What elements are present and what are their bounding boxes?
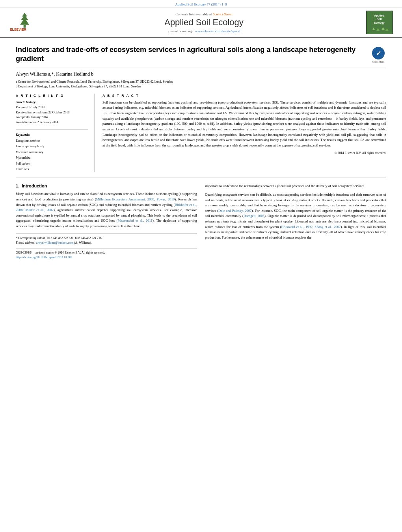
history-title: Article history: xyxy=(16,100,88,104)
info-divider xyxy=(16,129,88,130)
keyword-4: Mycorrhiza xyxy=(16,155,88,161)
affiliation-b: b Department of Biology, Lund University… xyxy=(16,84,386,89)
email-link[interactable]: alwyn.williams@outlook.com xyxy=(36,241,73,245)
keywords-title: Keywords: xyxy=(16,133,88,137)
contents-label: Contents lists available at xyxy=(175,12,212,16)
intro-paragraph-2: important to understand the relationship… xyxy=(205,184,386,189)
journal-homepage: journal homepage: www.elsevier.com/locat… xyxy=(43,29,365,33)
journal-logo-box: Applied Soil Ecology xyxy=(365,11,394,34)
article-info-abstract-section: A R T I C L E I N F O Article history: R… xyxy=(16,94,386,178)
crossmark-badge: ✓ CrossMark xyxy=(370,47,386,63)
ref-millenium: Millenium Ecosystem Assessment, 2005; Po… xyxy=(96,197,175,201)
journal-banner: Applied Soil Ecology 77 (2014) 1–8 xyxy=(0,0,402,7)
contents-line: Contents lists available at ScienceDirec… xyxy=(43,12,365,16)
abstract-column: A B S T R A C T Soil functions can be cl… xyxy=(102,94,386,172)
journal-title: Applied Soil Ecology xyxy=(43,17,365,28)
intro-paragraph-1: Many soil functions are vital to humanit… xyxy=(16,191,197,229)
svg-text:Applied: Applied xyxy=(374,14,384,17)
introduction-section: 1. Introduction Many soil functions are … xyxy=(16,184,386,260)
intro-left-column: 1. Introduction Many soil functions are … xyxy=(16,184,197,260)
ref-mazzoncini: Mazzoncini et al., 2011 xyxy=(117,219,152,222)
abstract-label: A B S T R A C T xyxy=(102,94,386,98)
homepage-label: journal homepage: xyxy=(168,29,195,33)
ref-bardgett: Bardgett, 2005 xyxy=(244,214,264,218)
footnote-email: E-mail address: alwyn.williams@outlook.c… xyxy=(16,241,197,245)
section-title: Introduction xyxy=(22,184,47,188)
copyright-line: © 2014 Elsevier B.V. All rights reserved… xyxy=(102,151,386,155)
journal-logo-image: Applied Soil Ecology xyxy=(366,11,393,34)
doi-link[interactable]: http://dx.doi.org/10.1016/j.apsoil.2014.… xyxy=(16,256,73,259)
ref-dale: Dale and Polasky, 2007 xyxy=(218,209,252,213)
affiliation-b-text: b Department of Biology, Lund University… xyxy=(16,84,141,89)
affiliation-a: a Centre for Environmental and Climate R… xyxy=(16,80,386,84)
crossmark-icon: ✓ xyxy=(372,47,385,59)
intro-paragraph-3: Quantifying ecosystem services can be di… xyxy=(205,192,386,241)
revised-date: Received in revised form 22 October 2013 xyxy=(16,110,88,115)
intro-right-column: important to understand the relationship… xyxy=(205,184,386,260)
author-names: Alwyn Williams a,*, Katarina Hedlund b xyxy=(16,71,93,77)
abstract-text: Soil functions can be classified as supp… xyxy=(102,100,386,148)
ref-birkhofer: Birkhofer et al., 2008; Mäder et al., 20… xyxy=(16,203,197,212)
keyword-5: Soil carbon xyxy=(16,161,88,167)
svg-text:Soil: Soil xyxy=(377,18,382,20)
homepage-url[interactable]: www.elsevier.com/locate/apsoil xyxy=(195,29,240,33)
paper-title-section: Indicators and trade-offs of ecosystem s… xyxy=(16,45,386,67)
authors-line: Alwyn Williams a,*, Katarina Hedlund b xyxy=(16,71,386,77)
elsevier-logo: ELSEVIER xyxy=(8,11,43,34)
footnote-section: * Corresponding author. Tel.: +46 462 22… xyxy=(16,233,197,245)
issn-line: 0929-1393/$ – see front matter © 2014 El… xyxy=(16,250,197,255)
paper-body: Indicators and trade-offs of ecosystem s… xyxy=(0,38,402,268)
available-date: Available online 2 February 2014 xyxy=(16,120,88,125)
paper-title: Indicators and trade-offs of ecosystem s… xyxy=(16,45,365,64)
keyword-1: Ecosystem services xyxy=(16,138,88,144)
crossmark-label: CrossMark xyxy=(372,60,384,63)
keyword-2: Landscape complexity xyxy=(16,144,88,149)
journal-reference: Applied Soil Ecology 77 (2014) 1–8 xyxy=(175,2,227,6)
bottom-bar: 0929-1393/$ – see front matter © 2014 El… xyxy=(16,248,197,260)
article-info-label: A R T I C L E I N F O xyxy=(16,94,88,98)
footnote-corresponding: * Corresponding author. Tel.: +46 462 22… xyxy=(16,236,197,241)
accepted-date: Accepted 6 January 2014 xyxy=(16,115,88,120)
section-number: 1. xyxy=(16,184,19,188)
journal-header: ELSEVIER Contents lists available at Sci… xyxy=(0,7,402,38)
received-date: Received 12 July 2013 xyxy=(16,105,88,110)
affiliation-a-text: a Centre for Environmental and Climate R… xyxy=(16,80,173,84)
svg-text:Ecology: Ecology xyxy=(374,21,384,24)
affiliations: a Centre for Environmental and Climate R… xyxy=(16,80,386,89)
section-heading: 1. Introduction xyxy=(16,184,197,188)
keyword-3: Microbial community xyxy=(16,150,88,155)
journal-info-block: Contents lists available at ScienceDirec… xyxy=(43,12,365,33)
article-history: Article history: Received 12 July 2013 R… xyxy=(16,100,88,125)
svg-text:ELSEVIER: ELSEVIER xyxy=(10,27,26,31)
ref-brussaard: Brussaard et al., 1997; Zhang et al., 20… xyxy=(281,225,341,229)
elsevier-svg-logo: ELSEVIER xyxy=(8,11,41,33)
keyword-6: Trade-offs xyxy=(16,167,88,172)
article-info-column: A R T I C L E I N F O Article history: R… xyxy=(16,94,95,172)
keywords-list: Ecosystem services Landscape complexity … xyxy=(16,138,88,172)
doi-line: http://dx.doi.org/10.1016/j.apsoil.2014.… xyxy=(16,255,197,260)
sciencedirect-link[interactable]: ScienceDirect xyxy=(213,12,233,16)
